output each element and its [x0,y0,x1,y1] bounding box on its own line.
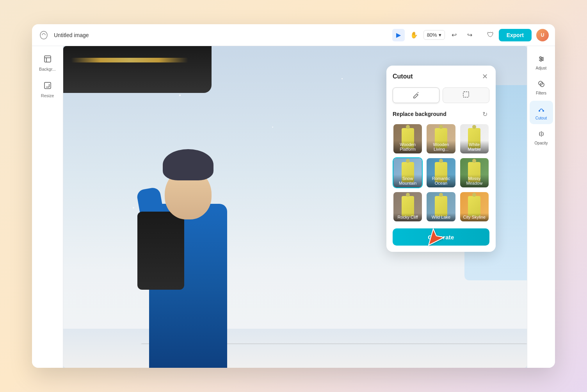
resize-icon [43,81,52,92]
replace-background-section-header: Replace background ↻ [393,109,489,119]
panel-title: Cutout [393,73,413,80]
cutout-icon [537,105,545,115]
bg-thumb-white-marble[interactable]: White Marble [459,123,489,154]
bg-thumb-romantic-ocean[interactable]: Romantic Ocean [426,157,456,188]
svg-rect-0 [44,56,51,62]
bg-thumb-wild-lake-label: Wild Lake [427,213,455,221]
bg-thumb-wooden-platform-label: Wooden Platform [393,141,422,153]
bg-thumb-city-skyline[interactable]: City Skyline [459,191,489,222]
bg-thumb-wooden-living[interactable]: Wooden Living... [426,123,456,154]
adjust-icon [537,55,545,65]
background-icon [43,55,52,65]
zoom-chevron-icon: ▾ [439,32,441,38]
refresh-button[interactable]: ↻ [480,109,489,119]
left-sidebar: Backgr... Resize [32,46,63,368]
svg-marker-5 [429,229,444,245]
replace-background-label: Replace background [393,111,446,117]
right-item-filters[interactable]: Filters [530,76,553,99]
svg-rect-1 [44,82,51,89]
right-sidebar: Adjust Filters [527,46,555,368]
close-panel-button[interactable]: ✕ [480,72,489,81]
bg-thumb-mossy-meadow[interactable]: Mossy Meadow [459,157,489,188]
bg-thumb-white-marble-label: White Marble [460,141,489,153]
paint-tab-button[interactable] [393,87,439,103]
zoom-level: 80% [427,32,437,38]
bg-thumb-mossy-meadow-label: Mossy Meadow [460,175,489,187]
sidebar-item-background[interactable]: Backgr... [35,51,60,76]
header-bar: Untitled image ▶ ✋ 80% ▾ ↩ ↪ 🛡 Export U [32,24,555,46]
cutout-label: Cutout [535,116,547,120]
sidebar-item-background-label: Backgr... [39,67,56,72]
bg-thumb-wooden-platform[interactable]: Wooden Platform [393,123,423,154]
document-title: Untitled image [54,32,388,38]
svg-point-14 [539,110,540,112]
app-logo-icon [38,30,49,41]
svg-rect-4 [463,92,469,97]
bg-thumb-rocky-cliff-label: Rocky Cliff [393,213,422,221]
undo-button[interactable]: ↩ [448,29,461,41]
svg-point-10 [542,58,543,60]
panel-header: Cutout ✕ [393,72,489,81]
svg-point-11 [540,60,542,61]
right-item-opacity[interactable]: Opacity [530,126,553,149]
redo-button[interactable]: ↪ [464,29,476,41]
opacity-icon [537,130,545,140]
export-button[interactable]: Export [499,29,532,41]
app-body: Backgr... Resize [32,46,555,368]
erase-icon [462,91,470,100]
app-window: Untitled image ▶ ✋ 80% ▾ ↩ ↪ 🛡 Export U [32,24,555,368]
bg-thumb-romantic-ocean-label: Romantic Ocean [427,175,455,187]
bg-thumb-wild-lake[interactable]: Wild Lake [426,191,456,222]
tab-selector [393,87,489,103]
shield-icon: 🛡 [487,31,494,39]
select-tool-button[interactable]: ▶ [392,29,405,41]
adjust-label: Adjust [536,66,547,70]
filters-label: Filters [536,91,546,95]
sidebar-item-resize[interactable]: Resize [35,77,60,102]
sidebar-item-resize-label: Resize [41,93,54,98]
filters-icon [537,80,545,90]
right-item-adjust[interactable]: Adjust [530,51,553,74]
bg-thumb-snow-mountain-label: Snow Mountain [393,175,422,187]
right-item-cutout[interactable]: Cutout [530,101,553,124]
bg-thumb-wooden-living-label: Wooden Living... [427,141,455,153]
toolbar: ▶ ✋ 80% ▾ ↩ ↪ [392,29,476,41]
background-grid: Wooden Platform Wooden Living... [393,123,489,222]
cutout-panel: Cutout ✕ [386,66,496,252]
user-avatar[interactable]: U [536,29,549,41]
opacity-label: Opacity [535,141,548,145]
zoom-control[interactable]: 80% ▾ [423,30,445,40]
bg-thumb-city-skyline-label: City Skyline [460,213,489,221]
hand-tool-button[interactable]: ✋ [408,29,420,41]
erase-tab-button[interactable] [443,87,489,103]
header-right-controls: 🛡 Export U [487,29,549,41]
bg-thumb-snow-mountain[interactable]: Snow Mountain [393,157,423,188]
svg-point-9 [540,57,541,58]
canvas-area[interactable]: Cutout ✕ [63,46,527,368]
svg-point-15 [543,110,544,112]
bg-thumb-rocky-cliff[interactable]: Rocky Cliff [393,191,423,222]
paint-icon [412,91,420,100]
